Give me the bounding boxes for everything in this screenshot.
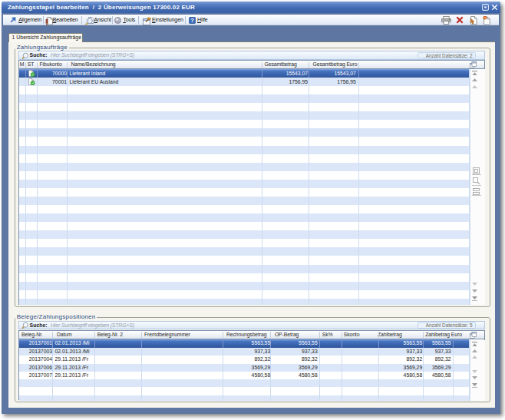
svg-text:?: ? (190, 17, 194, 24)
svg-text:?: ? (484, 16, 486, 20)
